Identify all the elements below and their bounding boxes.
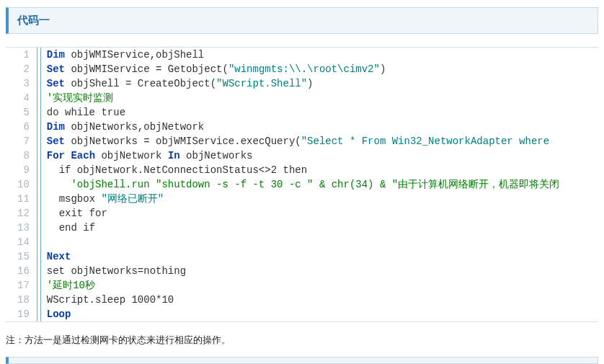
line-number: 4 [6,91,37,105]
line-number: 11 [6,192,37,206]
code-content: Set objNetworks = objWMIService.execQuer… [40,134,568,148]
section-title: 代码一 [17,14,50,26]
code-line: 17'延时10秒 [6,278,568,293]
code-content: Set objWMIService = Getobject("winmgmts:… [40,62,568,76]
code-content: Dim objNetworks,objNetwork [40,120,568,134]
line-number: 7 [6,134,37,148]
line-number: 13 [6,221,37,235]
code-line: 10 'objShell.run "shutdown -s -f -t 30 -… [6,177,568,192]
line-number: 8 [6,148,37,163]
line-number: 3 [6,76,37,91]
line-number: 12 [6,206,37,221]
code-content: set objNetworks=nothing [40,264,568,278]
code-line: 11 msgbox "网络已断开" [6,192,568,206]
code-line: 14 [6,235,568,249]
note-text: 注：方法一是通过检测网卡的状态来进行相应的操作。 [6,334,598,347]
code-content: WScript.sleep 1000*10 [40,293,568,307]
code-line: 3Set objShell = CreateObject("WScript.Sh… [6,76,568,91]
code-line: 12 exit for [6,206,568,221]
code-content: Next [40,249,568,264]
code-line: 18WScript.sleep 1000*10 [6,293,568,307]
line-number: 6 [6,120,37,134]
code-content: end if [40,221,568,235]
code-line: 15Next [6,249,568,264]
line-number: 18 [6,293,37,307]
code-line: 16set objNetworks=nothing [6,264,568,278]
line-number: 17 [6,278,37,293]
code-content: Loop [40,307,568,321]
code-line: 6Dim objNetworks,objNetwork [6,120,568,134]
code-line: 4'实现实时监测 [6,91,568,105]
code-content [40,235,568,249]
line-number: 19 [6,307,37,321]
code-line: 1Dim objWMIService,objShell [6,48,568,62]
next-section-header [6,357,598,364]
line-number: 1 [6,48,37,62]
line-number: 16 [6,264,37,278]
code-line: 5do while true [6,105,568,120]
code-content: do while true [40,105,568,120]
code-scroll-area[interactable]: 1Dim objWMIService,objShell2Set objWMISe… [6,48,598,321]
line-number: 14 [6,235,37,249]
code-line: 2Set objWMIService = Getobject("winmgmts… [6,62,568,76]
code-content: exit for [40,206,568,221]
section-header: 代码一 [6,7,598,34]
line-number: 15 [6,249,37,264]
line-number: 10 [6,177,37,192]
code-content: 'objShell.run "shutdown -s -f -t 30 -c "… [40,177,568,192]
code-content: '实现实时监测 [40,91,568,105]
code-content: '延时10秒 [40,278,568,293]
code-content: Set objShell = CreateObject("WScript.She… [40,76,568,91]
line-number: 2 [6,62,37,76]
code-block: 1Dim objWMIService,objShell2Set objWMISe… [6,47,598,322]
line-number: 9 [6,163,37,177]
line-number: 5 [6,105,37,120]
code-content: Dim objWMIService,objShell [40,48,568,62]
code-line: 8For Each objNetwork In objNetworks [6,148,568,163]
code-content: For Each objNetwork In objNetworks [40,148,568,163]
code-content: msgbox "网络已断开" [40,192,568,206]
code-line: 7Set objNetworks = objWMIService.execQue… [6,134,568,148]
code-content: if objNetwork.NetConnectionStatus<>2 the… [40,163,568,177]
code-line: 9 if objNetwork.NetConnectionStatus<>2 t… [6,163,568,177]
code-line: 19Loop [6,307,568,321]
code-line: 13 end if [6,221,568,235]
